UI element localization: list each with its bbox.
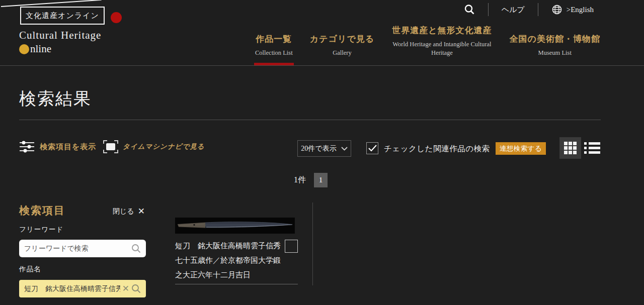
show-filters-button[interactable]: 検索項目を表示 — [19, 140, 96, 153]
search-icon[interactable] — [131, 284, 141, 293]
main-nav: 作品一覧 Collection List カテゴリで見る Gallery 世界遺… — [254, 25, 601, 65]
search-results-page: 文化遺産オンライン Cultural Heritage nline ヘルプ >E… — [0, 0, 644, 305]
nav-en-label: World Heritage and Intangible Cultural H… — [391, 40, 492, 57]
title-field: ✕ — [19, 280, 146, 297]
result-divider — [175, 284, 298, 284]
title-input[interactable] — [24, 285, 120, 293]
result-caption-row: 短刀 銘大阪住高橋晴雲子信秀七十五歳作／於京都帝国大学鍛之大正六年十二月吉日 — [175, 239, 298, 282]
nav-jp-label: カテゴリで見る — [310, 33, 374, 45]
nav-museum-list[interactable]: 全国の美術館・博物館 Museum List — [509, 33, 601, 65]
title-divider — [19, 120, 601, 120]
globe-icon — [551, 4, 562, 15]
nav-en-label: Museum List — [510, 49, 600, 57]
page-number-button[interactable]: 1 — [314, 173, 328, 187]
freeword-input[interactable] — [24, 245, 131, 253]
sidebar-title: 検索項目 — [19, 204, 65, 218]
search-icon[interactable] — [131, 244, 141, 253]
per-page-value: 20件で表示 — [301, 144, 336, 153]
utility-divider — [538, 3, 538, 16]
search-icon — [464, 4, 475, 15]
list-icon — [584, 141, 600, 156]
associative-search-button[interactable]: 連想検索する — [496, 142, 546, 155]
grid-icon — [564, 142, 577, 154]
freeword-field — [19, 240, 146, 257]
language-label: >English — [567, 6, 594, 14]
nav-jp-label: 作品一覧 — [255, 33, 293, 45]
timemachine-button[interactable]: タイムマシンナビで見る — [103, 140, 205, 153]
site-header: 文化遺産オンライン Cultural Heritage nline ヘルプ >E… — [0, 0, 644, 66]
logo-en-rest: nline — [30, 43, 51, 55]
utility-divider — [488, 3, 489, 16]
sliders-icon — [19, 140, 35, 153]
nav-world-heritage[interactable]: 世界遺産と無形文化遺産 World Heritage and Intangibl… — [390, 25, 493, 65]
nav-jp-label: 世界遺産と無形文化遺産 — [391, 25, 492, 36]
language-link[interactable]: >English — [551, 4, 594, 15]
chevron-down-icon — [341, 147, 348, 151]
close-label: 閉じる — [113, 207, 134, 216]
logo-en-line2: nline — [19, 43, 51, 55]
help-link[interactable]: ヘルプ — [502, 5, 525, 15]
logo-gold-o-icon — [19, 44, 29, 54]
nav-en-label: Collection List — [255, 49, 293, 57]
grid-view-button[interactable] — [559, 137, 581, 159]
tanto-blade-image[interactable] — [175, 218, 295, 234]
result-title-link[interactable]: 短刀 銘大阪住高橋晴雲子信秀七十五歳作／於京都帝国大学鍛之大正六年十二月吉日 — [175, 239, 281, 282]
result-checkbox[interactable] — [285, 240, 298, 253]
clear-icon[interactable]: ✕ — [120, 284, 131, 293]
viewfinder-icon — [103, 140, 118, 153]
show-filters-label: 検索項目を表示 — [40, 142, 96, 152]
result-count: 1件 — [294, 175, 306, 185]
header-search-button[interactable] — [464, 4, 475, 15]
freeword-label: フリーワード — [19, 225, 63, 234]
checkmark-icon — [368, 145, 377, 152]
close-icon: ✕ — [138, 206, 145, 217]
logo-jp-text: 文化遺産オンライン — [26, 11, 99, 21]
grid-column-divider — [312, 202, 313, 285]
logo-red-dot — [111, 12, 122, 23]
nav-en-label: Gallery — [310, 49, 374, 57]
page-title: 検索結果 — [19, 87, 92, 111]
logo-en-line1: Cultural Heritage — [19, 29, 101, 42]
utility-bar: ヘルプ >English — [464, 2, 594, 17]
per-page-select[interactable]: 20件で表示 — [297, 140, 351, 157]
title-field-label: 作品名 — [19, 265, 41, 274]
result-card: 短刀 銘大阪住高橋晴雲子信秀七十五歳作／於京都帝国大学鍛之大正六年十二月吉日 — [175, 218, 298, 282]
related-search-label: チェックした関連作品の検索 — [384, 144, 490, 154]
sidebar-close-button[interactable]: 閉じる ✕ — [113, 206, 145, 217]
timemachine-label: タイムマシンナビで見る — [123, 142, 205, 151]
list-view-button[interactable] — [584, 141, 600, 156]
nav-gallery[interactable]: カテゴリで見る Gallery — [309, 33, 375, 65]
nav-jp-label: 全国の美術館・博物館 — [510, 33, 600, 45]
nav-collection-list[interactable]: 作品一覧 Collection List — [254, 33, 294, 65]
site-logo[interactable]: 文化遺産オンライン Cultural Heritage nline — [19, 0, 150, 63]
logo-jp-box: 文化遺産オンライン — [20, 7, 105, 25]
related-search-checkbox[interactable] — [366, 142, 378, 154]
logo-diagonal-line — [1, 0, 102, 7]
